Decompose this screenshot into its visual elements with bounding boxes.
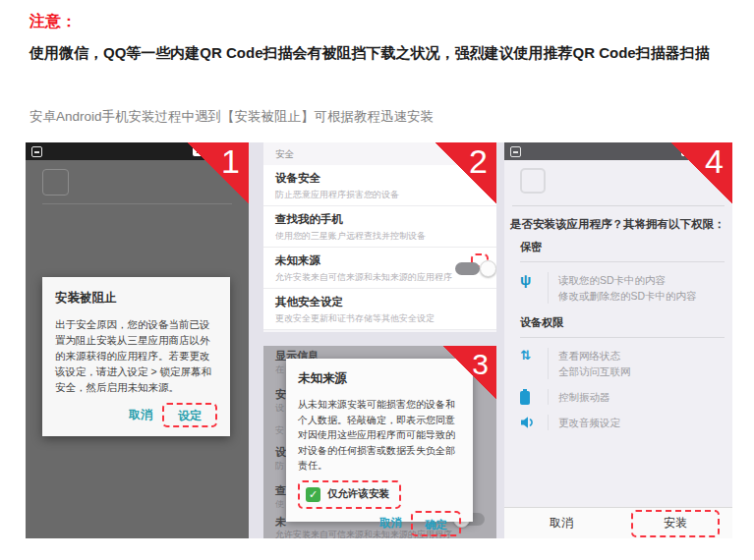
checkbox-label: 仅允许该安装 [327,487,389,501]
install-button-bar: 取消 安装 [504,507,732,538]
permission-text: 全部访问互联网 [558,364,631,379]
install-blocked-dialog: 安装被阻止 出于安全原因，您的设备当前已设置为阻止安装从三星应用商店以外的来源获… [42,277,230,436]
permission-row-audio: 更改音频设定 [520,415,725,430]
permission-text: 修改或删除您的SD卡中的内容 [558,288,697,304]
permission-text: 查看网络状态 [558,348,631,364]
screenshot-icon [510,146,521,157]
ok-button-highlight: 确定 [411,511,461,536]
divider [42,203,232,204]
step-4-corner: 4 [671,142,732,203]
permission-row-network: ⇅ 查看网络状态 全部访问互联网 [520,348,725,379]
step-2-corner: 2 [435,142,496,203]
vibration-icon [520,391,530,405]
dimmed-fragment: 安 [275,387,286,402]
permission-text: 读取您的SD卡中的内容 [558,272,697,288]
setting-title: 未知来源 [275,253,485,268]
step-number: 1 [221,143,240,179]
app-placeholder-square [520,168,546,194]
unknown-sources-toggle-highlight [471,253,489,267]
dimmed-fragment: 安 [275,424,284,437]
dimmed-fragment: 设 [275,402,284,415]
step-number: 3 [472,347,489,382]
setting-item-unknown-sources[interactable]: 未知来源 允许安装来自可信来源和未知来源的应用程序 [263,248,496,289]
dimmed-fragment: 设 [275,445,286,460]
setting-title: 查找我的手机 [275,212,485,227]
checkbox-highlight: ✓ 仅允许该安装 [298,480,401,509]
allow-once-checkbox[interactable]: ✓ [306,487,320,502]
setting-item-find-my-phone[interactable]: 查找我的手机 使用您的三星账户远程查找并控制设备 [263,206,496,248]
phone-screenshot-2: 安全 设备安全 防止恶意应用程序损害您的设备 查找我的手机 使用您的三星账户远程… [263,142,496,332]
setting-subtitle: 更改安全更新和证书存储等其他安全设定 [275,312,485,325]
tutorial-subtitle: 安卓Android手机安装过程中遇到【安装被阻止】可根据教程迅速安装 [29,108,434,126]
dialog-body-text: 出于安全原因，您的设备当前已设置为阻止安装从三星应用商店以外的来源获得的应用程序… [55,316,217,395]
panel-footer-strip [263,330,496,332]
step-number: 2 [469,143,488,179]
dimmed-fragment: 防 [275,460,284,473]
app-placeholder-square [42,169,69,196]
divider [512,205,725,206]
setting-subtitle: 使用您的三星账户远程查找并控制设备 [275,230,485,243]
section-heading-device: 设备权限 [520,315,725,338]
screenshots-band: 1 4G LTE 7:4 安装被阻止 出于安全原因，您的设备当前已设置为阻止安装… [26,142,732,538]
dimmed-fragment: 使 [275,498,284,511]
settings-button-highlight: 设定 [162,403,217,427]
install-button[interactable]: 安装 [664,515,687,532]
section-heading-privacy: 保密 [520,240,725,262]
dimmed-fragment: 未 [275,515,286,530]
setting-item-other-security[interactable]: 其他安全设定 更改安全更新和证书存储等其他安全设定 [263,289,496,330]
install-button-highlight: 安装 [631,510,720,537]
dialog-title: 未知来源 [298,370,461,387]
dialog-body-text: 从未知来源安装可能损害您的设备和个人数据。轻敲确定，即表示您同意对因使用这些应用… [298,397,461,474]
permission-row-storage: ψ 读取您的SD卡中的内容 修改或删除您的SD卡中的内容 [520,272,725,304]
step-3-corner: 3 [443,346,496,399]
screenshot-icon [31,146,42,157]
dimmed-fragment: 查 [275,483,286,498]
permissions-list: 保密 ψ 读取您的SD卡中的内容 修改或删除您的SD卡中的内容 设备权限 ⇅ 查… [520,240,725,442]
ok-button[interactable]: 确定 [418,515,454,534]
step-1-corner: 1 [188,142,249,203]
setting-subtitle: 允许安装来自可信来源和未知来源的应用程序 [275,271,485,284]
usb-icon: ψ [520,273,531,304]
phone-screenshot-1: 1 4G LTE 7:4 安装被阻止 出于安全原因，您的设备当前已设置为阻止安装… [26,142,249,538]
phone-screenshot-3: 显示信息 在 安 设 安 设 防 查 使 未 允许安装来自可信来源和未知来源的应… [263,346,496,538]
setting-title: 其他安全设定 [275,295,485,309]
dialog-title: 安装被阻止 [55,290,217,307]
dimmed-setting-subtitle: 在 [275,364,284,376]
network-arrows-icon: ⇅ [520,349,531,379]
settings-button[interactable]: 设定 [170,404,209,427]
permission-text: 更改音频设定 [558,415,620,430]
install-prompt-title: 是否安装该应用程序？其将拥有以下权限： [510,217,732,232]
step-number: 4 [705,143,724,179]
notice-body-text: 使用微信，QQ等一些内建QR Code扫描会有被阻挡下载之状况，强烈建议使用推荐… [29,39,729,67]
phone-screenshot-4: 1 4G LTE 7: 是否安装该应用程序？其将拥有以下权限： 保密 ψ 读取您… [504,142,732,538]
cancel-button[interactable]: 取消 [550,515,573,532]
permission-row-vibration: 控制振动器 [520,389,725,405]
speaker-icon [520,416,535,429]
cancel-button[interactable]: 取消 [373,512,409,534]
permission-text: 控制振动器 [558,389,610,405]
cancel-button[interactable]: 取消 [121,402,160,428]
notice-label: 注意： [29,12,77,32]
